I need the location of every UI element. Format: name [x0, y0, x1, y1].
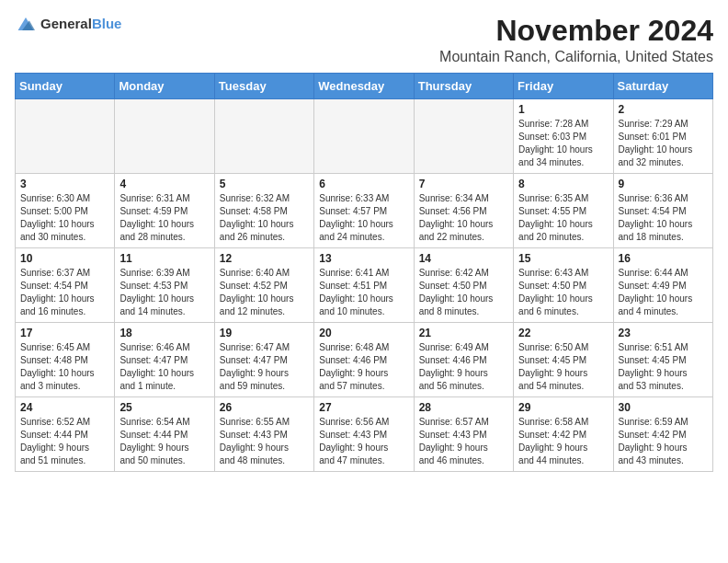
- day-number: 15: [518, 252, 608, 265]
- day-number: 27: [319, 401, 408, 414]
- day-number: 13: [319, 252, 408, 265]
- calendar-cell: 5Sunrise: 6:32 AM Sunset: 4:58 PM Daylig…: [214, 174, 313, 248]
- day-number: 29: [518, 401, 608, 414]
- calendar-cell: [314, 99, 414, 174]
- day-info: Sunrise: 6:39 AM Sunset: 4:53 PM Dayligh…: [119, 267, 209, 318]
- day-number: 11: [119, 252, 209, 265]
- day-number: 3: [20, 178, 109, 190]
- day-info: Sunrise: 6:58 AM Sunset: 4:42 PM Dayligh…: [518, 416, 608, 467]
- day-number: 9: [619, 178, 708, 190]
- day-info: Sunrise: 6:34 AM Sunset: 4:56 PM Dayligh…: [419, 192, 508, 244]
- calendar-cell: 30Sunrise: 6:59 AM Sunset: 4:42 PM Dayli…: [613, 397, 712, 472]
- calendar-cell: 12Sunrise: 6:40 AM Sunset: 4:52 PM Dayli…: [214, 248, 313, 323]
- day-number: 8: [518, 178, 608, 190]
- day-info: Sunrise: 6:48 AM Sunset: 4:46 PM Dayligh…: [319, 341, 408, 393]
- calendar-cell: 16Sunrise: 6:44 AM Sunset: 4:49 PM Dayli…: [613, 248, 712, 323]
- day-info: Sunrise: 6:57 AM Sunset: 4:43 PM Dayligh…: [419, 416, 508, 467]
- day-info: Sunrise: 6:59 AM Sunset: 4:42 PM Dayligh…: [619, 416, 708, 467]
- calendar-cell: 7Sunrise: 6:34 AM Sunset: 4:56 PM Daylig…: [414, 174, 513, 248]
- calendar-cell: 6Sunrise: 6:33 AM Sunset: 4:57 PM Daylig…: [314, 174, 414, 248]
- calendar-cell: 19Sunrise: 6:47 AM Sunset: 4:47 PM Dayli…: [214, 323, 313, 397]
- day-number: 6: [319, 178, 408, 190]
- day-number: 7: [419, 178, 508, 190]
- calendar-table: SundayMondayTuesdayWednesdayThursdayFrid…: [15, 73, 713, 472]
- day-info: Sunrise: 6:49 AM Sunset: 4:46 PM Dayligh…: [419, 341, 508, 393]
- day-info: Sunrise: 6:31 AM Sunset: 4:59 PM Dayligh…: [119, 192, 209, 244]
- day-of-week-header: Wednesday: [314, 74, 414, 99]
- calendar-cell: [115, 99, 214, 174]
- day-of-week-header: Tuesday: [214, 74, 313, 99]
- day-number: 2: [619, 103, 708, 116]
- day-of-week-header: Saturday: [613, 74, 712, 99]
- day-info: Sunrise: 6:56 AM Sunset: 4:43 PM Dayligh…: [319, 416, 408, 467]
- day-number: 4: [119, 178, 209, 190]
- day-info: Sunrise: 6:42 AM Sunset: 4:50 PM Dayligh…: [419, 267, 508, 318]
- day-of-week-header: Sunday: [16, 74, 115, 99]
- day-number: 25: [119, 401, 209, 414]
- header: GeneralBlue November 2024 Mountain Ranch…: [15, 15, 713, 65]
- calendar-cell: 2Sunrise: 7:29 AM Sunset: 6:01 PM Daylig…: [613, 99, 712, 174]
- day-info: Sunrise: 6:43 AM Sunset: 4:50 PM Dayligh…: [518, 267, 608, 318]
- day-info: Sunrise: 6:32 AM Sunset: 4:58 PM Dayligh…: [220, 192, 309, 244]
- calendar-cell: 26Sunrise: 6:55 AM Sunset: 4:43 PM Dayli…: [214, 397, 313, 472]
- day-number: 19: [220, 327, 309, 339]
- day-of-week-header: Friday: [514, 74, 613, 99]
- calendar-cell: 13Sunrise: 6:41 AM Sunset: 4:51 PM Dayli…: [314, 248, 414, 323]
- logo: GeneralBlue: [15, 15, 121, 33]
- day-number: 16: [619, 252, 708, 265]
- calendar-cell: 24Sunrise: 6:52 AM Sunset: 4:44 PM Dayli…: [16, 397, 115, 472]
- day-number: 30: [619, 401, 708, 414]
- calendar-cell: 15Sunrise: 6:43 AM Sunset: 4:50 PM Dayli…: [514, 248, 613, 323]
- day-info: Sunrise: 6:55 AM Sunset: 4:43 PM Dayligh…: [220, 416, 309, 467]
- calendar-cell: 18Sunrise: 6:46 AM Sunset: 4:47 PM Dayli…: [115, 323, 214, 397]
- calendar-cell: 9Sunrise: 6:36 AM Sunset: 4:54 PM Daylig…: [613, 174, 712, 248]
- day-info: Sunrise: 6:33 AM Sunset: 4:57 PM Dayligh…: [319, 192, 408, 244]
- calendar-week-row: 24Sunrise: 6:52 AM Sunset: 4:44 PM Dayli…: [16, 397, 713, 472]
- day-of-week-header: Monday: [115, 74, 214, 99]
- day-info: Sunrise: 6:40 AM Sunset: 4:52 PM Dayligh…: [220, 267, 309, 318]
- logo-icon: [15, 15, 37, 33]
- calendar-cell: 8Sunrise: 6:35 AM Sunset: 4:55 PM Daylig…: [514, 174, 613, 248]
- day-number: 23: [619, 327, 708, 339]
- logo-general-text: GeneralBlue: [40, 16, 121, 32]
- calendar-week-row: 10Sunrise: 6:37 AM Sunset: 4:54 PM Dayli…: [16, 248, 713, 323]
- title-area: November 2024 Mountain Ranch, California…: [439, 15, 713, 65]
- day-number: 24: [20, 401, 109, 414]
- day-info: Sunrise: 6:30 AM Sunset: 5:00 PM Dayligh…: [20, 192, 109, 244]
- calendar-cell: 10Sunrise: 6:37 AM Sunset: 4:54 PM Dayli…: [16, 248, 115, 323]
- day-number: 10: [20, 252, 109, 265]
- day-number: 17: [20, 327, 109, 339]
- day-info: Sunrise: 7:29 AM Sunset: 6:01 PM Dayligh…: [619, 118, 708, 169]
- month-title: November 2024: [439, 15, 713, 47]
- calendar-cell: 25Sunrise: 6:54 AM Sunset: 4:44 PM Dayli…: [115, 397, 214, 472]
- calendar-cell: 11Sunrise: 6:39 AM Sunset: 4:53 PM Dayli…: [115, 248, 214, 323]
- day-number: 18: [119, 327, 209, 339]
- calendar-body: 1Sunrise: 7:28 AM Sunset: 6:03 PM Daylig…: [16, 99, 713, 472]
- day-number: 20: [319, 327, 408, 339]
- day-info: Sunrise: 6:52 AM Sunset: 4:44 PM Dayligh…: [20, 416, 109, 467]
- calendar-cell: 27Sunrise: 6:56 AM Sunset: 4:43 PM Dayli…: [314, 397, 414, 472]
- day-number: 5: [220, 178, 309, 190]
- day-info: Sunrise: 7:28 AM Sunset: 6:03 PM Dayligh…: [518, 118, 608, 169]
- day-number: 1: [518, 103, 608, 116]
- day-info: Sunrise: 6:46 AM Sunset: 4:47 PM Dayligh…: [119, 341, 209, 393]
- day-info: Sunrise: 6:54 AM Sunset: 4:44 PM Dayligh…: [119, 416, 209, 467]
- day-number: 26: [220, 401, 309, 414]
- calendar-cell: [214, 99, 313, 174]
- day-info: Sunrise: 6:35 AM Sunset: 4:55 PM Dayligh…: [518, 192, 608, 244]
- calendar-cell: 3Sunrise: 6:30 AM Sunset: 5:00 PM Daylig…: [16, 174, 115, 248]
- calendar-cell: 14Sunrise: 6:42 AM Sunset: 4:50 PM Dayli…: [414, 248, 513, 323]
- day-of-week-header: Thursday: [414, 74, 513, 99]
- calendar-cell: 20Sunrise: 6:48 AM Sunset: 4:46 PM Dayli…: [314, 323, 414, 397]
- day-info: Sunrise: 6:44 AM Sunset: 4:49 PM Dayligh…: [619, 267, 708, 318]
- calendar-cell: 22Sunrise: 6:50 AM Sunset: 4:45 PM Dayli…: [514, 323, 613, 397]
- calendar-cell: 23Sunrise: 6:51 AM Sunset: 4:45 PM Dayli…: [613, 323, 712, 397]
- calendar-week-row: 3Sunrise: 6:30 AM Sunset: 5:00 PM Daylig…: [16, 174, 713, 248]
- calendar-week-row: 1Sunrise: 7:28 AM Sunset: 6:03 PM Daylig…: [16, 99, 713, 174]
- day-info: Sunrise: 6:37 AM Sunset: 4:54 PM Dayligh…: [20, 267, 109, 318]
- location-title: Mountain Ranch, California, United State…: [439, 49, 713, 65]
- calendar-cell: 29Sunrise: 6:58 AM Sunset: 4:42 PM Dayli…: [514, 397, 613, 472]
- calendar-header-row: SundayMondayTuesdayWednesdayThursdayFrid…: [16, 74, 713, 99]
- day-info: Sunrise: 6:45 AM Sunset: 4:48 PM Dayligh…: [20, 341, 109, 393]
- day-info: Sunrise: 6:36 AM Sunset: 4:54 PM Dayligh…: [619, 192, 708, 244]
